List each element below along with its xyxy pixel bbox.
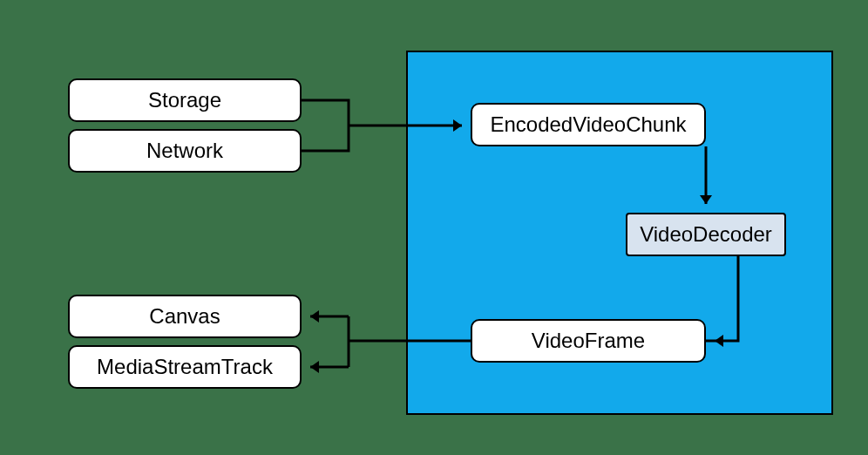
node-video-frame: VideoFrame — [471, 319, 706, 363]
node-label: VideoDecoder — [640, 222, 772, 247]
svg-marker-4 — [310, 361, 319, 373]
node-video-decoder: VideoDecoder — [626, 213, 786, 256]
node-canvas: Canvas — [68, 295, 302, 338]
node-label: EncodedVideoChunk — [490, 112, 686, 137]
node-label: Network — [146, 139, 223, 163]
node-network: Network — [68, 129, 302, 173]
node-label: Storage — [148, 88, 221, 112]
node-media-stream-track: MediaStreamTrack — [68, 345, 302, 389]
node-label: MediaStreamTrack — [97, 355, 273, 379]
node-label: VideoFrame — [532, 329, 645, 353]
node-encoded-video-chunk: EncodedVideoChunk — [471, 103, 706, 146]
node-storage: Storage — [68, 78, 302, 122]
svg-marker-3 — [310, 310, 319, 323]
node-label: Canvas — [149, 304, 220, 329]
